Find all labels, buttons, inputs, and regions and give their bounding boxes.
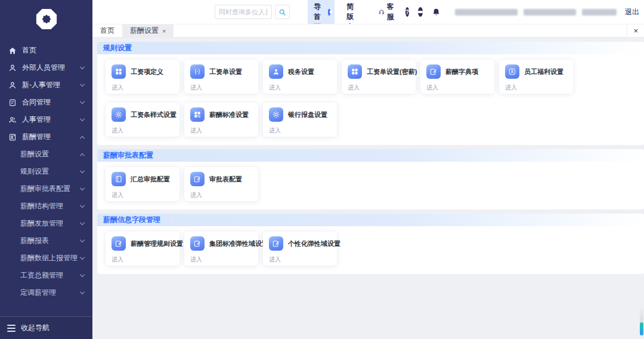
feature-card-employee-benefits[interactable]: 员工福利设置 进入 (499, 60, 573, 94)
enter-link[interactable]: 进入 (269, 84, 281, 92)
notifications-button[interactable] (432, 8, 441, 17)
sidebar-item-external-personnel[interactable]: 外部人员管理 (0, 59, 92, 76)
sidebar-subitem-approval-table-config[interactable]: 薪酬审批表配置 (0, 180, 92, 198)
close-icon[interactable]: × (162, 27, 166, 35)
person-badge-icon (505, 64, 519, 79)
feature-card-salary-item-definition[interactable]: 工资项定义 进入 (106, 60, 179, 94)
gear-icon (112, 107, 126, 122)
search-input[interactable] (215, 5, 272, 19)
feedback-button[interactable] (418, 7, 423, 17)
sidebar-subitem-salary-reports[interactable]: 薪酬报表 (0, 232, 92, 249)
card-title: 税务设置 (288, 67, 314, 76)
chevron-down-icon (80, 186, 85, 190)
sidebar-item-hr[interactable]: 人事管理 (0, 111, 92, 128)
chevron-down-icon (80, 82, 85, 87)
sidebar-item-contract[interactable]: 合同管理 (0, 94, 92, 111)
feature-card-summary-approval[interactable]: 汇总审批配置 进入 (106, 167, 179, 201)
feature-card-bank-file[interactable]: 银行报盘设置 进入 (263, 103, 337, 137)
sidebar-subitem-salary-adjustment[interactable]: 定调薪管理 (0, 284, 92, 301)
sidebar-item-label: 薪酬管理 (22, 132, 80, 142)
sidebar-subitem-label: 工资总额管理 (20, 270, 80, 281)
sidebar-subitem-salary-settings[interactable]: 薪酬设置 (0, 146, 92, 163)
enter-link[interactable]: 进入 (190, 127, 202, 135)
section-rule-settings: 规则设置 工资项定义 进入 (97, 42, 644, 145)
feature-card-payslip-settings-confidential[interactable]: 工资单设置(密薪) 进入 (342, 60, 416, 94)
sidebar: 首页 外部人员管理 新-人事管理 合同管理 (0, 0, 92, 339)
search-button[interactable] (275, 5, 290, 19)
enter-link[interactable]: 进入 (190, 191, 202, 199)
sidebar-subitem-data-reporting[interactable]: 薪酬数据上报管理 (0, 249, 92, 267)
enter-link[interactable]: 进入 (112, 191, 123, 199)
users-icon (8, 116, 17, 124)
enter-link[interactable]: 进入 (190, 84, 202, 92)
enter-link[interactable]: 进入 (269, 255, 281, 264)
enter-link[interactable]: 进入 (426, 84, 438, 92)
feature-card-personal-flexfield[interactable]: 个性化弹性域设置 进入 (263, 232, 337, 266)
edit-icon (269, 236, 283, 251)
enter-link[interactable]: 进入 (112, 84, 123, 92)
tab-label: 薪酬设置 (130, 26, 159, 36)
section-title: 薪酬审批表配置 (97, 149, 644, 162)
enter-link[interactable]: 进入 (112, 255, 123, 264)
card-title: 薪酬管理规则设置 (131, 239, 183, 248)
top-header: 领导首页 极简版本 客服 ? (92, 0, 644, 24)
feature-card-tax-settings[interactable]: 税务设置 进入 (263, 60, 337, 94)
sidebar-item-home[interactable]: 首页 (0, 42, 92, 59)
scrollbar-thumb[interactable] (640, 322, 643, 335)
enter-link[interactable]: 进入 (112, 127, 123, 135)
sidebar-item-new-hr[interactable]: 新-人事管理 (0, 76, 92, 94)
card-title: 薪酬字典项 (445, 67, 478, 76)
feature-card-salary-mgmt-rules[interactable]: 薪酬管理规则设置 进入 (106, 232, 179, 266)
card-title: 工资项定义 (131, 67, 163, 76)
redacted-username (455, 9, 617, 16)
chevron-down-icon (80, 289, 85, 294)
main-column: 领导首页 极简版本 客服 ? (92, 0, 644, 339)
feature-card-payslip-settings[interactable]: 工资单设置 进入 (184, 60, 258, 94)
chevron-down-icon (80, 64, 85, 69)
sidebar-subitem-label: 规则设置 (20, 167, 80, 177)
tab-home[interactable]: 首页 (92, 24, 122, 37)
help-button[interactable]: ? (405, 7, 409, 17)
feature-card-approval-form[interactable]: 审批表配置 进入 (184, 167, 258, 201)
card-grid: 薪酬管理规则设置 进入 集团标准弹性域设置 进入 (97, 226, 644, 274)
feature-card-salary-dictionary[interactable]: 薪酬字典项 进入 (420, 60, 494, 94)
octagon-star-logo-icon (35, 8, 58, 30)
sidebar-subitem-rule-settings[interactable]: 规则设置 (0, 163, 92, 180)
app-window: 首页 外部人员管理 新-人事管理 合同管理 (0, 0, 644, 339)
search-icon (278, 8, 286, 16)
logout-button[interactable]: 退出 (625, 7, 639, 17)
chevron-down-icon (80, 168, 85, 173)
grid-icon (112, 64, 126, 79)
enter-link[interactable]: 进入 (348, 84, 360, 92)
brackets-icon (190, 64, 205, 79)
chevron-down-icon (80, 255, 85, 260)
chevron-up-icon (80, 135, 85, 140)
feature-card-group-flexfield[interactable]: 集团标准弹性域设置 进入 (184, 232, 258, 266)
customer-service-link[interactable]: 客服 (379, 2, 397, 22)
enter-link[interactable]: 进入 (190, 255, 202, 264)
sidebar-subitem-label: 薪酬报表 (20, 236, 80, 246)
sidebar-item-salary-management[interactable]: 薪酬管理 (0, 128, 92, 146)
sidebar-subitem-structure-management[interactable]: 薪酬结构管理 (0, 198, 92, 215)
section-title: 薪酬信息字段管理 (97, 214, 644, 226)
customer-service-label: 客服 (387, 2, 397, 22)
enter-link[interactable]: 进入 (505, 84, 517, 92)
card-title: 银行报盘设置 (288, 110, 327, 119)
feature-card-payslip-style[interactable]: 工资条样式设置 进入 (106, 103, 179, 137)
collapse-nav-button[interactable]: 收起导航 (0, 316, 92, 339)
section-approval-table-config: 薪酬审批表配置 汇总审批配置 进入 (97, 149, 644, 209)
chevron-down-icon (80, 272, 85, 277)
gear-icon (269, 107, 283, 122)
sidebar-subitem-label: 薪酬结构管理 (20, 201, 80, 211)
sidebar-subitem-payout-management[interactable]: 薪酬发放管理 (0, 215, 92, 232)
chevron-up-icon (80, 153, 85, 158)
close-icon[interactable]: × (633, 26, 638, 35)
edit-icon (190, 236, 205, 251)
feature-card-salary-standard[interactable]: 薪酬标准设置 进入 (184, 103, 258, 137)
sidebar-subitem-total-wage-management[interactable]: 工资总额管理 (0, 267, 92, 284)
card-title: 工资单设置(密薪) (367, 67, 417, 76)
tab-salary-settings[interactable]: 薪酬设置 × (122, 24, 174, 37)
sidebar-item-label: 外部人员管理 (22, 63, 80, 73)
card-title: 集团标准弹性域设置 (209, 239, 268, 248)
enter-link[interactable]: 进入 (269, 127, 281, 135)
